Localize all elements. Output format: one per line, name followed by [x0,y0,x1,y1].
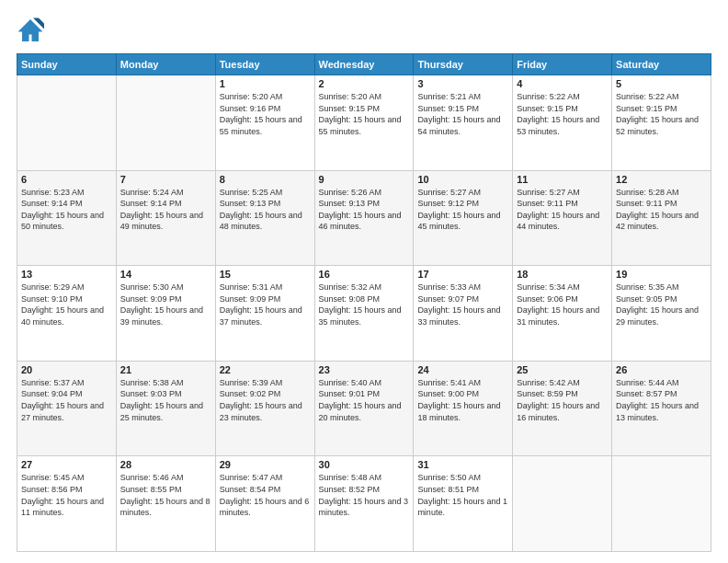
day-info: Sunrise: 5:21 AMSunset: 9:15 PMDaylight:… [417,91,508,137]
calendar-cell: 5Sunrise: 5:22 AMSunset: 9:15 PMDaylight… [612,75,711,171]
day-number: 11 [517,174,608,185]
day-number: 18 [517,269,608,280]
day-number: 23 [319,364,410,375]
day-number: 6 [21,174,112,185]
day-info: Sunrise: 5:22 AMSunset: 9:15 PMDaylight:… [517,91,608,137]
day-number: 13 [21,269,112,280]
day-number: 10 [417,174,508,185]
calendar-cell [513,456,612,552]
day-info: Sunrise: 5:38 AMSunset: 9:03 PMDaylight:… [120,377,211,423]
calendar-cell: 23Sunrise: 5:40 AMSunset: 9:01 PMDayligh… [314,361,414,456]
calendar-cell: 27Sunrise: 5:45 AMSunset: 8:56 PMDayligh… [17,456,117,552]
day-number: 26 [616,364,707,375]
calendar-cell: 11Sunrise: 5:27 AMSunset: 9:11 PMDayligh… [513,170,612,266]
day-number: 8 [220,174,311,185]
day-info: Sunrise: 5:27 AMSunset: 9:12 PMDaylight:… [417,187,508,233]
day-info: Sunrise: 5:30 AMSunset: 9:09 PMDaylight:… [120,282,211,327]
day-info: Sunrise: 5:34 AMSunset: 9:06 PMDaylight:… [517,282,608,327]
calendar-cell: 1Sunrise: 5:20 AMSunset: 9:16 PMDaylight… [215,75,314,171]
calendar-cell: 20Sunrise: 5:37 AMSunset: 9:04 PMDayligh… [17,361,117,456]
weekday-header-row: SundayMondayTuesdayWednesdayThursdayFrid… [17,54,711,75]
calendar-cell: 24Sunrise: 5:41 AMSunset: 9:00 PMDayligh… [414,361,513,456]
day-info: Sunrise: 5:22 AMSunset: 9:15 PMDaylight:… [616,91,707,137]
day-info: Sunrise: 5:37 AMSunset: 9:04 PMDaylight:… [21,377,112,423]
calendar-cell: 3Sunrise: 5:21 AMSunset: 9:15 PMDaylight… [414,75,513,171]
calendar-cell: 16Sunrise: 5:32 AMSunset: 9:08 PMDayligh… [314,266,414,362]
day-number: 29 [220,459,311,470]
calendar-cell: 18Sunrise: 5:34 AMSunset: 9:06 PMDayligh… [513,266,612,362]
calendar-cell: 15Sunrise: 5:31 AMSunset: 9:09 PMDayligh… [215,266,314,362]
calendar-cell: 9Sunrise: 5:26 AMSunset: 9:13 PMDaylight… [314,170,414,266]
day-number: 30 [319,459,410,470]
day-info: Sunrise: 5:29 AMSunset: 9:10 PMDaylight:… [21,282,112,327]
day-info: Sunrise: 5:35 AMSunset: 9:05 PMDaylight:… [616,282,707,327]
day-number: 20 [21,364,112,375]
calendar-cell [17,75,117,171]
day-number: 24 [417,364,508,375]
day-info: Sunrise: 5:44 AMSunset: 8:57 PMDaylight:… [616,377,707,423]
calendar-cell: 2Sunrise: 5:20 AMSunset: 9:15 PMDaylight… [314,75,414,171]
calendar-cell: 28Sunrise: 5:46 AMSunset: 8:55 PMDayligh… [116,456,215,552]
calendar-cell: 14Sunrise: 5:30 AMSunset: 9:09 PMDayligh… [116,266,215,362]
day-number: 28 [120,459,211,470]
day-number: 31 [417,459,508,470]
weekday-header: Wednesday [314,54,414,75]
calendar-week-row: 20Sunrise: 5:37 AMSunset: 9:04 PMDayligh… [17,361,711,456]
weekday-header: Monday [116,54,215,75]
day-info: Sunrise: 5:26 AMSunset: 9:13 PMDaylight:… [319,187,410,233]
calendar-cell: 6Sunrise: 5:23 AMSunset: 9:14 PMDaylight… [17,170,117,266]
calendar-cell: 10Sunrise: 5:27 AMSunset: 9:12 PMDayligh… [414,170,513,266]
calendar-cell: 30Sunrise: 5:48 AMSunset: 8:52 PMDayligh… [314,456,414,552]
calendar-cell: 31Sunrise: 5:50 AMSunset: 8:51 PMDayligh… [414,456,513,552]
calendar-cell: 7Sunrise: 5:24 AMSunset: 9:14 PMDaylight… [116,170,215,266]
weekday-header: Sunday [17,54,117,75]
calendar-cell: 26Sunrise: 5:44 AMSunset: 8:57 PMDayligh… [612,361,711,456]
day-info: Sunrise: 5:25 AMSunset: 9:13 PMDaylight:… [220,187,311,233]
day-number: 3 [417,78,508,89]
calendar-week-row: 6Sunrise: 5:23 AMSunset: 9:14 PMDaylight… [17,170,711,266]
day-number: 17 [417,269,508,280]
day-info: Sunrise: 5:20 AMSunset: 9:16 PMDaylight:… [220,91,311,137]
calendar-week-row: 27Sunrise: 5:45 AMSunset: 8:56 PMDayligh… [17,456,711,552]
day-number: 25 [517,364,608,375]
day-info: Sunrise: 5:45 AMSunset: 8:56 PMDaylight:… [21,472,112,518]
weekday-header: Thursday [414,54,513,75]
day-number: 2 [319,78,410,89]
weekday-header: Friday [513,54,612,75]
day-info: Sunrise: 5:40 AMSunset: 9:01 PMDaylight:… [319,377,410,423]
calendar-cell: 12Sunrise: 5:28 AMSunset: 9:11 PMDayligh… [612,170,711,266]
day-number: 5 [616,78,707,89]
day-number: 1 [220,78,311,89]
day-number: 21 [120,364,211,375]
calendar-cell: 17Sunrise: 5:33 AMSunset: 9:07 PMDayligh… [414,266,513,362]
calendar-week-row: 13Sunrise: 5:29 AMSunset: 9:10 PMDayligh… [17,266,711,362]
weekday-header: Tuesday [215,54,314,75]
day-info: Sunrise: 5:28 AMSunset: 9:11 PMDaylight:… [616,187,707,233]
day-number: 9 [319,174,410,185]
day-info: Sunrise: 5:50 AMSunset: 8:51 PMDaylight:… [417,472,508,518]
day-number: 7 [120,174,211,185]
calendar-cell: 22Sunrise: 5:39 AMSunset: 9:02 PMDayligh… [215,361,314,456]
day-number: 27 [21,459,112,470]
calendar-cell: 21Sunrise: 5:38 AMSunset: 9:03 PMDayligh… [116,361,215,456]
day-info: Sunrise: 5:47 AMSunset: 8:54 PMDaylight:… [220,472,311,518]
header [17,17,711,44]
calendar-cell [612,456,711,552]
weekday-header: Saturday [612,54,711,75]
logo [17,17,48,44]
calendar-cell [116,75,215,171]
day-info: Sunrise: 5:24 AMSunset: 9:14 PMDaylight:… [120,187,211,233]
calendar-cell: 8Sunrise: 5:25 AMSunset: 9:13 PMDaylight… [215,170,314,266]
day-info: Sunrise: 5:48 AMSunset: 8:52 PMDaylight:… [319,472,410,518]
day-info: Sunrise: 5:41 AMSunset: 9:00 PMDaylight:… [417,377,508,423]
day-number: 12 [616,174,707,185]
day-number: 22 [220,364,311,375]
day-info: Sunrise: 5:32 AMSunset: 9:08 PMDaylight:… [319,282,410,327]
day-info: Sunrise: 5:27 AMSunset: 9:11 PMDaylight:… [517,187,608,233]
day-info: Sunrise: 5:23 AMSunset: 9:14 PMDaylight:… [21,187,112,233]
day-info: Sunrise: 5:39 AMSunset: 9:02 PMDaylight:… [220,377,311,423]
calendar-cell: 19Sunrise: 5:35 AMSunset: 9:05 PMDayligh… [612,266,711,362]
day-info: Sunrise: 5:46 AMSunset: 8:55 PMDaylight:… [120,472,211,518]
day-number: 19 [616,269,707,280]
day-info: Sunrise: 5:31 AMSunset: 9:09 PMDaylight:… [220,282,311,327]
